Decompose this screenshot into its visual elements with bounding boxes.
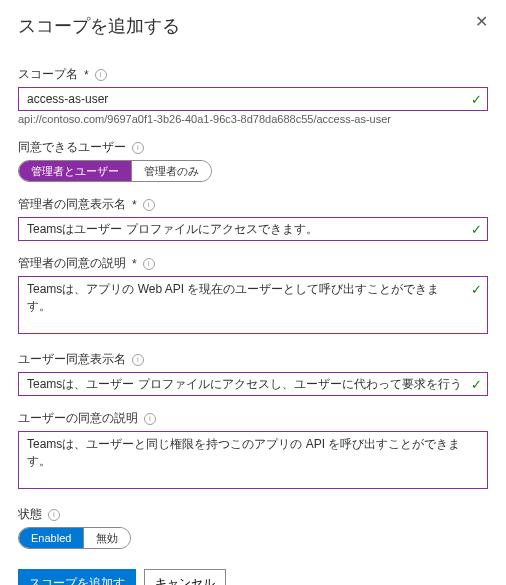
- admin-display-label: 管理者の同意表示名: [18, 196, 126, 213]
- user-desc-label: ユーザーの同意の説明: [18, 410, 138, 427]
- consent-users-label: 同意できるユーザー: [18, 139, 126, 156]
- scope-name-label: スコープ名: [18, 66, 78, 83]
- admin-desc-textarea[interactable]: [18, 276, 488, 334]
- info-icon[interactable]: i: [48, 509, 60, 521]
- user-display-input[interactable]: [18, 372, 488, 396]
- scope-name-input[interactable]: [18, 87, 488, 111]
- close-icon[interactable]: ✕: [475, 14, 488, 30]
- consent-admins-only[interactable]: 管理者のみ: [131, 161, 211, 181]
- consent-users-toggle[interactable]: 管理者とユーザー 管理者のみ: [18, 160, 212, 182]
- info-icon[interactable]: i: [95, 69, 107, 81]
- check-icon: ✓: [471, 377, 482, 392]
- state-toggle[interactable]: Enabled 無効: [18, 527, 131, 549]
- check-icon: ✓: [471, 92, 482, 107]
- user-display-label: ユーザー同意表示名: [18, 351, 126, 368]
- info-icon[interactable]: i: [143, 199, 155, 211]
- consent-admins-and-users[interactable]: 管理者とユーザー: [19, 161, 131, 181]
- info-icon[interactable]: i: [143, 258, 155, 270]
- panel-title: スコープを追加する: [18, 14, 180, 38]
- state-disabled[interactable]: 無効: [83, 528, 130, 548]
- check-icon: ✓: [471, 222, 482, 237]
- info-icon[interactable]: i: [132, 354, 144, 366]
- info-icon[interactable]: i: [144, 413, 156, 425]
- state-label: 状態: [18, 506, 42, 523]
- admin-display-input[interactable]: [18, 217, 488, 241]
- check-icon: ✓: [471, 282, 482, 297]
- scope-uri-hint: api://contoso.com/9697a0f1-3b26-40a1-96c…: [18, 113, 488, 125]
- admin-desc-label: 管理者の同意の説明: [18, 255, 126, 272]
- add-scope-button[interactable]: スコープを追加す: [18, 569, 136, 585]
- state-enabled[interactable]: Enabled: [19, 528, 83, 548]
- user-desc-textarea[interactable]: [18, 431, 488, 489]
- info-icon[interactable]: i: [132, 142, 144, 154]
- cancel-button[interactable]: キャンセル: [144, 569, 226, 585]
